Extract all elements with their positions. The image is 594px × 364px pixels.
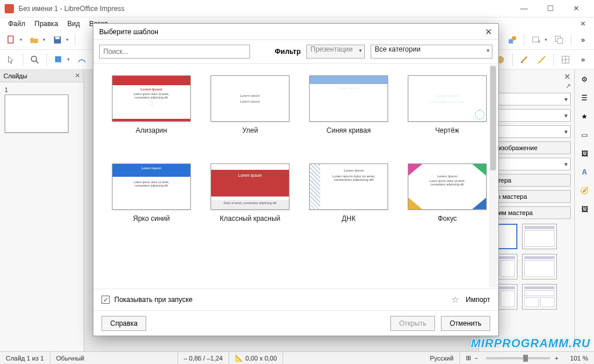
zoom-slider[interactable] bbox=[486, 357, 550, 359]
help-button[interactable]: Справка bbox=[102, 316, 146, 331]
import-link[interactable]: Импорт bbox=[466, 296, 490, 304]
import-icon: ☆ bbox=[451, 294, 459, 305]
app-icon bbox=[5, 4, 14, 13]
window-close-button[interactable]: ✕ bbox=[563, 0, 589, 17]
dropdown-arrow-icon[interactable]: ▾ bbox=[66, 37, 71, 42]
layout-option[interactable] bbox=[522, 284, 557, 310]
zoom-controls[interactable]: ⊞ − + bbox=[460, 352, 564, 364]
duplicate-slide-button[interactable] bbox=[552, 32, 567, 48]
new-slide-button[interactable]: + bbox=[528, 32, 544, 48]
layout-option[interactable] bbox=[522, 224, 557, 249]
properties-icon[interactable]: ☰ bbox=[578, 92, 591, 104]
slide-thumbnail[interactable] bbox=[5, 94, 68, 133]
svg-point-12 bbox=[521, 61, 523, 63]
status-coords: – 0,86 / –1,24 bbox=[178, 352, 229, 364]
cancel-button[interactable]: Отменить bbox=[441, 316, 490, 331]
template-dialog: Выберите шаблон ✕ Фильтр Презентации▾ Вс… bbox=[93, 23, 499, 336]
template-item[interactable]: Lorem Ipsum• dolor sit amet consectetur•… bbox=[308, 75, 389, 134]
template-label: Фокус bbox=[407, 214, 488, 223]
template-item[interactable]: Lorem IpsumLorem ipsum dolor sit amet,co… bbox=[111, 75, 192, 134]
window-minimize-button[interactable]: — bbox=[511, 0, 537, 17]
star-icon[interactable]: ★ bbox=[578, 110, 591, 123]
status-mode: Обычный bbox=[50, 352, 178, 364]
document-close-button[interactable]: ✕ bbox=[575, 19, 591, 29]
properties-expand-icon[interactable]: ↗ bbox=[566, 82, 571, 90]
line-color-button[interactable] bbox=[74, 52, 89, 67]
svg-rect-0 bbox=[8, 36, 13, 43]
slide-transition-icon[interactable]: ▭ bbox=[578, 129, 591, 141]
show-on-start-checkbox[interactable]: ✓ bbox=[102, 296, 110, 304]
image-icon[interactable]: 🖼 bbox=[578, 203, 591, 216]
status-bar: Слайд 1 из 1 Обычный – 0,86 / –1,24 📐 0,… bbox=[0, 351, 594, 364]
layout-option[interactable] bbox=[522, 254, 557, 279]
navigator-icon[interactable]: 🧭 bbox=[578, 184, 591, 197]
fit-page-icon[interactable]: ⊞ bbox=[466, 354, 471, 362]
show-on-start-label: Показывать при запуске bbox=[114, 296, 193, 304]
category-combo[interactable]: Все категории▾ bbox=[371, 45, 492, 59]
template-label: Синяя кривая bbox=[308, 126, 389, 134]
svg-point-9 bbox=[31, 56, 37, 61]
status-slide-info: Слайд 1 из 1 bbox=[0, 352, 50, 364]
menu-edit[interactable]: Правка bbox=[30, 19, 63, 29]
open-button[interactable] bbox=[27, 32, 42, 48]
edit-points-button[interactable] bbox=[534, 52, 549, 67]
menu-view[interactable]: Вид bbox=[63, 19, 85, 29]
dropdown-arrow-icon[interactable]: ▾ bbox=[43, 37, 48, 42]
slides-panel-close-button[interactable]: ✕ bbox=[75, 72, 80, 79]
svg-text:+: + bbox=[538, 39, 541, 45]
select-tool-button[interactable] bbox=[3, 52, 19, 67]
gear-icon[interactable]: ⚙ bbox=[578, 73, 591, 86]
overflow-button[interactable]: » bbox=[575, 52, 591, 67]
search-input[interactable] bbox=[99, 45, 250, 59]
template-item[interactable]: Lorem IpsumLorem ipsum dolor sit amet, c… bbox=[308, 163, 389, 223]
window-title: Без имени 1 - LibreOffice Impress bbox=[19, 5, 511, 13]
toggle-grid-button[interactable] bbox=[558, 52, 573, 67]
template-item[interactable]: Lorem IpsumDolor sit amet, consectetur a… bbox=[209, 163, 291, 223]
template-item[interactable]: Lorem IpsumLorem ipsum dolor sit amet, Ч… bbox=[407, 75, 488, 134]
shapes-button[interactable] bbox=[505, 32, 520, 48]
template-label: Ализарин bbox=[111, 126, 192, 134]
svg-rect-2 bbox=[55, 37, 60, 39]
template-item[interactable]: Lorem ipsumLorem ipsum dolor sit amet,co… bbox=[111, 163, 192, 223]
template-label: Чертёж bbox=[407, 126, 488, 134]
properties-close-button[interactable]: ✕ bbox=[564, 72, 571, 81]
template-item[interactable]: Lorem ipsumLorem ipsum Улей bbox=[209, 75, 291, 134]
filter-label: Фильтр bbox=[275, 48, 301, 56]
dialog-close-button[interactable]: ✕ bbox=[485, 27, 492, 37]
slides-panel: Слайды ✕ 1 bbox=[0, 70, 84, 351]
dialog-scrollbar[interactable] bbox=[489, 65, 497, 287]
overflow-button[interactable]: » bbox=[575, 32, 591, 48]
dropdown-arrow-icon[interactable]: ▾ bbox=[20, 37, 24, 42]
window-maximize-button[interactable]: ☐ bbox=[537, 0, 563, 17]
zoom-level[interactable]: 101 % bbox=[564, 352, 594, 364]
template-item[interactable]: Lorem IpsumLorem ipsum dolor sit amet,co… bbox=[407, 163, 488, 223]
status-language[interactable]: Русский bbox=[424, 352, 460, 364]
dropdown-arrow-icon[interactable]: ▾ bbox=[67, 57, 72, 62]
template-label: Улей bbox=[209, 126, 291, 134]
slide-number-label: 1 bbox=[5, 87, 79, 93]
svg-line-10 bbox=[36, 61, 38, 63]
svg-rect-11 bbox=[55, 56, 61, 63]
window-titlebar: Без имени 1 - LibreOffice Impress — ☐ ✕ bbox=[0, 0, 594, 17]
dropdown-arrow-icon[interactable]: ▾ bbox=[545, 37, 549, 42]
filter-combo[interactable]: Презентации▾ bbox=[306, 45, 365, 59]
template-label: ДНК bbox=[308, 214, 389, 223]
status-size: 📐 0,00 x 0,00 bbox=[229, 352, 283, 364]
styles-icon[interactable]: A bbox=[578, 166, 591, 179]
svg-point-4 bbox=[512, 36, 516, 41]
open-button[interactable]: Открыть bbox=[390, 316, 435, 331]
slides-panel-title: Слайды bbox=[3, 72, 27, 79]
dialog-title: Выберите шаблон bbox=[99, 28, 158, 36]
gallery-icon[interactable]: 🖼 bbox=[578, 147, 591, 160]
template-label: Классный красный bbox=[209, 214, 291, 223]
zoom-tool-button[interactable] bbox=[27, 52, 42, 67]
new-doc-button[interactable] bbox=[3, 32, 19, 48]
template-label: Ярко синий bbox=[111, 214, 192, 223]
save-button[interactable] bbox=[50, 32, 65, 48]
svg-rect-8 bbox=[557, 38, 563, 43]
menu-file[interactable]: Файл bbox=[3, 19, 30, 29]
filter-button[interactable] bbox=[517, 52, 532, 67]
fill-color-button[interactable] bbox=[51, 52, 66, 67]
sidebar-strip: ⚙ ☰ ★ ▭ 🖼 A 🧭 🖼 bbox=[574, 70, 594, 351]
